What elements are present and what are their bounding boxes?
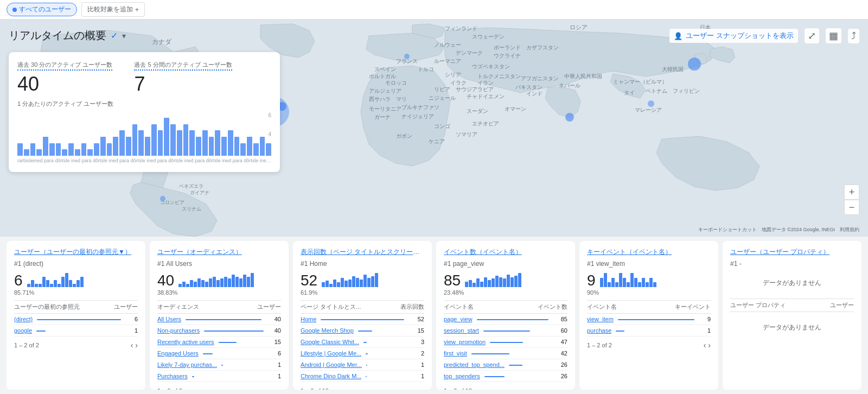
- row-label[interactable]: Google Classic Whit...: [301, 339, 359, 345]
- segment-pill[interactable]: すべてのユーザー: [7, 3, 77, 16]
- purchase-label[interactable]: purchase: [587, 327, 611, 334]
- svg-text:ノルウェー: ノルウェー: [434, 42, 461, 48]
- svg-text:イラク: イラク: [450, 80, 467, 86]
- events-pagination: 1 – 6 of 18: [444, 387, 472, 390]
- events-pct: 23.48%: [444, 289, 567, 296]
- row-label[interactable]: view_item: [587, 316, 614, 322]
- svg-point-69: [688, 58, 701, 71]
- active-5-value: 7: [134, 73, 232, 96]
- row-label[interactable]: Chrome Dino Dark M...: [301, 373, 361, 379]
- mini-chart-bar: [337, 282, 340, 287]
- row-value: 42: [561, 350, 567, 357]
- svg-text:ベネズエラ: ベネズエラ: [179, 183, 203, 189]
- svg-point-65: [160, 196, 165, 201]
- mini-chart-bar: [46, 280, 49, 287]
- snapshot-icon: 👤: [674, 32, 682, 40]
- mini-chart-bar: [476, 278, 480, 287]
- row-label[interactable]: Google Merch Shop: [301, 327, 354, 334]
- row-label[interactable]: page_view: [444, 316, 473, 322]
- referrer-card-title[interactable]: ユーザー（ユーザーの最初の参照元▼）: [14, 247, 138, 257]
- mini-chart-bar: [326, 281, 329, 287]
- next-arrow[interactable]: ›: [708, 341, 711, 349]
- table-row: page_view 85: [444, 314, 567, 325]
- user-props-card: ユーザー（ユーザー プロパティ） #1 - データがありません ユーザー プロパ…: [723, 241, 861, 390]
- prev-arrow[interactable]: ‹: [560, 386, 563, 390]
- svg-text:ガイアナ: ガイアナ: [190, 190, 209, 195]
- row-label[interactable]: Android | Google Mer...: [301, 361, 362, 368]
- events-card-title[interactable]: イベント数（イベント名）: [444, 247, 567, 257]
- svg-text:パキスタン: パキスタン: [515, 84, 542, 90]
- map-section: ロシア 日本 フィンランド スウェーデン ノルウェー デンマーク ポーランド ウ…: [0, 20, 868, 237]
- mini-chart-bar: [50, 284, 53, 288]
- map-credit: キーボードショートカット 地図データ ©2024 Google, INEGI 利…: [698, 226, 859, 233]
- mini-chart-bar: [469, 280, 472, 287]
- svg-text:サウジアラビア: サウジアラビア: [456, 86, 494, 92]
- prev-arrow[interactable]: ‹: [704, 341, 706, 349]
- chart-bar: [158, 130, 163, 156]
- table-row: session_start 60: [444, 325, 567, 336]
- key-events-card-title[interactable]: キーイベント（イベント名）: [587, 247, 711, 257]
- fullscreen-icon[interactable]: ⤢: [805, 28, 819, 43]
- grid-icon[interactable]: ▦: [826, 28, 841, 43]
- user-props-card-title[interactable]: ユーザー（ユーザー プロパティ）: [730, 247, 854, 257]
- add-compare-button[interactable]: 比較対象を追加 +: [81, 2, 145, 17]
- mini-chart-bar: [39, 284, 42, 288]
- key-events-pagination: 1 – 2 of 2: [587, 342, 612, 348]
- row-label[interactable]: Likely 7-day purchas...: [157, 361, 217, 368]
- title-dropdown-icon[interactable]: ▾: [122, 31, 126, 40]
- next-arrow[interactable]: ›: [422, 386, 424, 390]
- share-icon[interactable]: ⤴: [848, 29, 859, 43]
- mini-chart-bar: [69, 280, 72, 287]
- row-label[interactable]: session_start: [444, 327, 479, 334]
- table-row: purchase 1: [587, 325, 711, 336]
- svg-text:ガーナ: ガーナ: [374, 114, 391, 120]
- cards-section: ユーザー（ユーザーの最初の参照元▼） #1 (direct) 6 85.71% …: [0, 237, 868, 394]
- prev-arrow[interactable]: ‹: [274, 386, 277, 390]
- prev-arrow[interactable]: ‹: [131, 341, 133, 349]
- row-label[interactable]: (direct): [14, 316, 33, 322]
- row-label[interactable]: top_spenders: [444, 373, 480, 379]
- chart-bar: [177, 130, 182, 156]
- row-label[interactable]: view_promotion: [444, 339, 486, 345]
- row-label[interactable]: google: [14, 327, 32, 334]
- row-value: 1: [421, 361, 424, 368]
- zoom-out-button[interactable]: −: [844, 200, 859, 215]
- snapshot-button[interactable]: 👤 ユーザー スナップショットを表示: [669, 29, 798, 43]
- events-table-header: イベント名 イベント数: [444, 301, 567, 314]
- mini-chart-bar: [194, 282, 197, 287]
- row-label[interactable]: Lifestyle | Google Me...: [301, 350, 361, 357]
- row-label[interactable]: Home: [301, 316, 316, 322]
- mini-chart-bar: [216, 280, 220, 287]
- svg-text:イエメン: イエメン: [483, 93, 505, 99]
- svg-text:ウクライナ: ウクライナ: [494, 53, 521, 59]
- row-label[interactable]: predicted_top_spend...: [444, 361, 505, 368]
- row-value: 3: [421, 339, 424, 345]
- svg-text:中華人民共和国: 中華人民共和国: [564, 73, 602, 79]
- mini-chart-bar: [76, 280, 80, 287]
- audience-card-title[interactable]: ユーザー（オーディエンス）: [157, 247, 281, 257]
- row-label[interactable]: All Users: [157, 316, 181, 322]
- pageviews-card-title[interactable]: 表示回数（ページ タイトルとスクリーン名）: [301, 247, 424, 257]
- svg-text:ケニア: ケニア: [429, 138, 445, 144]
- chart-bar: [56, 143, 61, 156]
- mini-chart-bar: [251, 273, 254, 287]
- row-label[interactable]: Purchasers: [157, 373, 188, 379]
- prev-arrow[interactable]: ‹: [417, 386, 420, 390]
- referrer-table: ユーザーの最初の参照元 ユーザー (direct) 6 google 1: [14, 300, 138, 336]
- row-label[interactable]: first_visit: [444, 350, 467, 357]
- key-events-rank: #1 view_item: [587, 260, 711, 268]
- next-arrow[interactable]: ›: [135, 341, 138, 349]
- table-row: All Users 40: [157, 314, 281, 325]
- mini-chart-bar: [611, 278, 615, 287]
- pageviews-pct: 61.9%: [301, 289, 424, 296]
- key-events-table-header: イベント名 キーイベント: [587, 301, 711, 314]
- row-label[interactable]: Non-purchasers: [157, 327, 200, 334]
- next-arrow[interactable]: ›: [278, 386, 281, 390]
- row-label[interactable]: Recently active users: [157, 339, 214, 345]
- row-value: 15: [275, 339, 281, 345]
- row-label[interactable]: Engaged Users: [157, 350, 199, 357]
- active-5-label: 過去 5 分間のアクティブ ユーザー数: [134, 61, 232, 71]
- next-arrow[interactable]: ›: [565, 386, 567, 390]
- key-events-pct: 90%: [587, 289, 711, 296]
- zoom-in-button[interactable]: +: [844, 185, 859, 200]
